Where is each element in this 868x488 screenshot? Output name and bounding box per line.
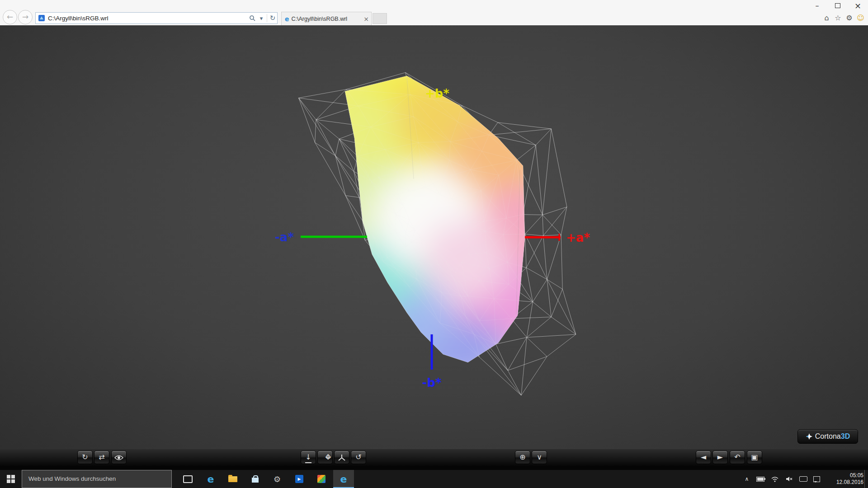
study-rotate-button[interactable]: ↺ [351,450,366,464]
notification-icon [813,476,820,482]
tab-srgb-wrl[interactable]: e C:\Argyll\bin\sRGB.wrl × [281,12,372,25]
mode-move-button[interactable]: ⇄ [94,450,109,464]
gear-icon[interactable]: ⚙ [844,13,854,23]
level-icon: ∨ [537,453,542,461]
neg-b-axis-label: -b* [422,376,442,389]
fly-icon [338,454,346,461]
cortona3d-viewport[interactable]: -a* +a* -b* +b* Cortona3D [0,25,868,449]
tab-close-icon[interactable]: × [361,15,371,23]
tray-network-button[interactable] [769,470,781,488]
align-button[interactable]: ∨ [532,450,547,464]
tray-keyboard-button[interactable] [797,470,810,488]
viewer-toolbar: ↻ ⇄ ↓ ↔ ↕ ↺ ⊕ ∨ ◄ ► ↶ ▣ [0,449,868,466]
taskbar-store-button[interactable] [245,470,265,488]
fit-view-button[interactable]: ▣ [747,450,762,464]
cortona3d-logo-accent: 3D [841,432,850,440]
move-icon: ⇄ [99,453,104,461]
mode-rotate-button[interactable]: ↻ [77,450,93,464]
address-input[interactable] [48,15,248,22]
address-dropdown-icon[interactable]: ▾ [257,15,266,22]
taskbar-edge-button[interactable]: e [200,470,221,488]
windows-logo-icon [7,475,15,483]
pos-a-axis-label: +a* [566,231,590,244]
gear-icon: ⚙ [274,474,281,484]
refresh-icon[interactable]: ↻ [268,14,277,22]
store-bag-icon [252,478,259,483]
smiley-feedback-icon[interactable]: ☺ [856,13,865,23]
rotate-icon: ↻ [82,453,88,461]
maximize-button[interactable] [827,0,848,12]
taskbar-ie-button-active[interactable]: e [333,470,354,488]
minimize-icon: – [816,1,819,10]
taskbar-photos-button[interactable] [311,470,332,488]
gamut-3d-view[interactable]: -a* +a* -b* +b* [0,25,868,449]
clock-date: 12.08.2016 [836,479,863,486]
crosshair-icon: ⊕ [519,453,525,461]
goto-viewpoint-button[interactable]: ⊕ [515,450,530,464]
clock-time: 05:05 [836,472,863,479]
new-tab-button[interactable] [373,13,387,24]
cortona3d-badge[interactable]: Cortona3D [797,429,858,444]
media-app-icon: ▶ [295,475,303,483]
window-bottom-edge [0,466,868,470]
browser-toolbar-icons: ⌂ ☆ ⚙ ☺ [822,13,865,23]
prev-icon: ◄ [701,453,706,461]
tab-title: C:\Argyll\bin\sRGB.wrl [292,16,362,22]
start-button[interactable] [0,470,22,488]
back-button[interactable]: ← [3,10,17,24]
close-icon: × [854,1,861,10]
forward-icon: → [22,12,28,21]
home-icon[interactable]: ⌂ [822,13,831,23]
internet-explorer-icon: e [340,474,347,485]
browser-chrome: – × ← → ▾ ↻ e C:\Argyll\bin\sRGB.wrl × [0,0,868,25]
keyboard-icon [799,476,807,482]
tray-volume-button[interactable] [783,470,796,488]
taskbar-settings-button[interactable]: ⚙ [267,470,288,488]
chevron-up-icon: ∧ [745,476,749,482]
maximize-icon [835,3,840,8]
minimize-button[interactable]: – [807,0,827,12]
taskbar-explorer-button[interactable] [222,470,243,488]
neg-a-axis-label: -a* [275,230,294,244]
photos-app-icon [317,475,326,483]
battery-icon [756,477,764,482]
pos-b-axis-label: +b* [425,87,449,100]
visibility-button[interactable] [111,450,127,464]
tab-favicon: e [285,15,289,23]
taskbar-clock[interactable]: 05:05 12.08.2016 [836,472,863,486]
address-bar[interactable]: ▾ ↻ [35,12,278,24]
taskbar-media-button[interactable]: ▶ [289,470,310,488]
eye-icon [114,455,123,461]
cortona3d-logo-text: Cortona [815,432,841,440]
fly-button[interactable] [334,450,349,464]
tray-chevron-button[interactable]: ∧ [742,470,752,488]
tray-action-center-button[interactable] [811,470,822,488]
plan-view-button[interactable]: ↓ [301,450,316,464]
desktop-screen: – × ← → ▾ ↻ e C:\Argyll\bin\sRGB.wrl × [0,0,868,488]
volume-muted-icon [786,476,793,482]
wifi-icon [771,476,778,482]
show-desktop-button[interactable] [864,470,868,488]
search-icon[interactable] [248,15,257,21]
restore-view-button[interactable]: ↶ [730,450,745,464]
taskbar: Web und Windows durchsuchen e ⚙ ▶ e ∧ 05… [0,470,868,488]
next-icon: ► [717,453,723,461]
tray-battery-button[interactable] [754,470,767,488]
close-button[interactable]: × [848,0,868,12]
cortona3d-logo-icon [806,433,813,440]
task-view-button[interactable] [177,470,198,488]
fit-icon: ▣ [751,453,758,461]
address-separator [267,14,267,22]
forward-button[interactable]: → [18,10,33,24]
favorites-star-icon[interactable]: ☆ [833,13,843,23]
drop-icon: ↓ [305,452,311,463]
next-view-button[interactable]: ► [712,450,728,464]
page-icon [38,14,45,22]
pan-button[interactable]: ↔ ↕ [317,450,333,464]
task-view-icon [183,475,193,483]
prev-view-button[interactable]: ◄ [696,450,711,464]
undo-icon: ↶ [734,453,740,461]
spin-icon: ↺ [355,453,361,461]
taskbar-search-input[interactable]: Web und Windows durchsuchen [22,470,172,488]
edge-icon: e [208,474,214,485]
